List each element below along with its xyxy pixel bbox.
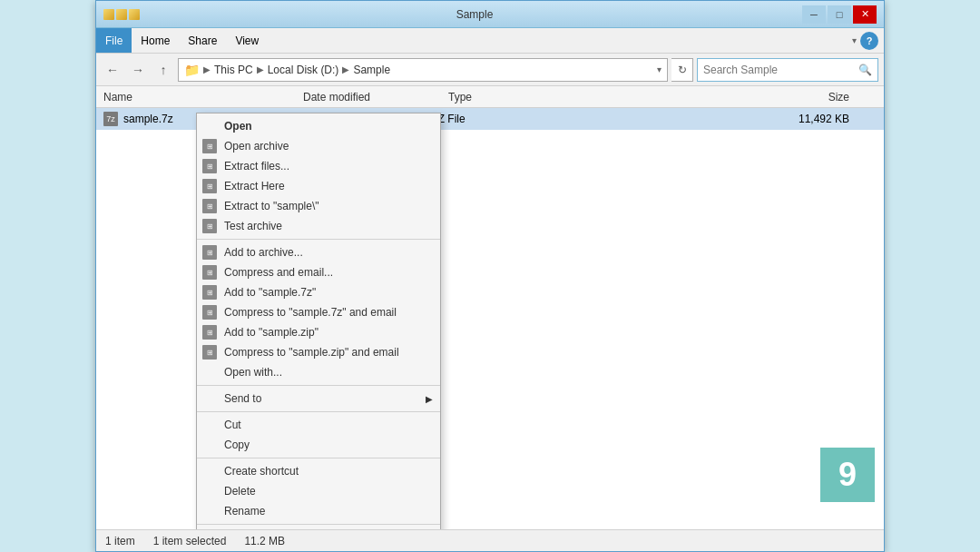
address-arrow-2: ▶: [257, 64, 264, 74]
context-menu-item-label-rename: Rename: [224, 505, 265, 518]
title-controls: ─ □ ✕: [802, 5, 877, 24]
context-menu-item-compress-email[interactable]: ⊞Compress and email...: [197, 262, 440, 282]
address-bar[interactable]: 📁 ▶ This PC ▶ Local Disk (D:) ▶ Sample ▾: [178, 58, 668, 82]
context-menu-item-label-open: Open: [224, 120, 252, 133]
context-menu-item-icon-extract-here: ⊞: [202, 179, 217, 193]
context-menu-item-label-send-to: Send to: [224, 392, 261, 405]
chevron-down-icon: ▾: [852, 35, 857, 45]
window-title: Sample: [147, 8, 802, 21]
window-icon-2: [116, 9, 127, 20]
forward-button[interactable]: →: [127, 59, 149, 81]
context-menu-item-label-cut: Cut: [224, 419, 241, 431]
context-menu-item-extract-here[interactable]: ⊞Extract Here: [197, 176, 440, 196]
context-menu-item-icon-compress-email: ⊞: [202, 265, 217, 280]
search-box[interactable]: 🔍: [697, 58, 878, 82]
context-menu-separator: [197, 385, 440, 386]
col-date-header: Date modified: [303, 91, 448, 104]
context-menu-item-label-add-to-7z: Add to "sample.7z": [224, 286, 316, 299]
context-menu-item-icon-extract-files: ⊞: [202, 159, 217, 173]
context-menu-item-label-copy: Copy: [224, 439, 250, 451]
status-size: 11.2 MB: [244, 535, 285, 547]
context-menu-item-compress-7z-email[interactable]: ⊞Compress to "sample.7z" and email: [197, 302, 440, 322]
file-size: 11,492 KB: [777, 113, 849, 125]
menu-share[interactable]: Share: [179, 28, 226, 53]
context-menu-item-copy[interactable]: Copy: [197, 435, 440, 455]
close-button[interactable]: ✕: [853, 5, 877, 24]
context-menu-separator: [197, 411, 440, 412]
context-menu-item-icon-extract-to: ⊞: [202, 199, 217, 213]
address-folder-icon: 📁: [184, 63, 200, 77]
context-menu-item-create-shortcut[interactable]: Create shortcut: [197, 461, 440, 481]
column-headers: Name Date modified Type Size: [96, 86, 884, 108]
context-menu-item-label-test-archive: Test archive: [224, 220, 282, 232]
menu-bar: File Home Share View ▾ ?: [96, 28, 884, 54]
title-bar-icons: [103, 9, 140, 20]
status-item-count: 1 item: [105, 535, 135, 547]
context-menu-item-compress-zip-email[interactable]: ⊞Compress to "sample.zip" and email: [197, 342, 440, 362]
context-menu-item-label-open-archive: Open archive: [224, 140, 289, 153]
context-menu-item-icon-compress-zip-email: ⊞: [202, 345, 217, 360]
status-selected: 1 item selected: [153, 535, 227, 547]
context-menu-item-label-add-to-zip: Add to "sample.zip": [224, 326, 318, 339]
maximize-button[interactable]: □: [828, 5, 851, 24]
col-type-header: Type: [448, 91, 521, 104]
address-segment-1: This PC: [214, 64, 253, 76]
context-menu-item-open[interactable]: Open: [197, 116, 440, 136]
address-dropdown-arrow[interactable]: ▾: [657, 64, 662, 74]
context-menu-item-icon-test-archive: ⊞: [202, 219, 217, 233]
minimize-button[interactable]: ─: [802, 5, 826, 24]
context-menu-item-label-compress-email: Compress and email...: [224, 266, 333, 279]
address-arrow-1: ▶: [203, 64, 211, 74]
window-icon-1: [103, 9, 114, 20]
back-button[interactable]: ←: [102, 59, 123, 81]
file-type-icon: 7z: [103, 112, 118, 126]
help-button[interactable]: ?: [860, 32, 878, 50]
context-menu-item-add-to-7z[interactable]: ⊞Add to "sample.7z": [197, 282, 440, 302]
context-menu-item-delete[interactable]: Delete: [197, 481, 440, 501]
context-menu-item-label-compress-zip-email: Compress to "sample.zip" and email: [224, 346, 399, 359]
context-menu-item-test-archive[interactable]: ⊞Test archive: [197, 216, 440, 236]
window-icon-3: [129, 9, 140, 20]
context-menu-item-icon-add-to-zip: ⊞: [202, 325, 217, 340]
menu-file[interactable]: File: [96, 28, 132, 53]
context-menu-item-icon-compress-7z-email: ⊞: [202, 305, 217, 320]
context-menu-item-label-add-to-archive: Add to archive...: [224, 246, 303, 259]
file-list: 7z sample.7z 11/29/2013 10:43 AM 7Z File…: [96, 108, 884, 529]
menu-home[interactable]: Home: [132, 28, 179, 53]
context-menu-item-add-to-zip[interactable]: ⊞Add to "sample.zip": [197, 322, 440, 342]
context-menu-item-cut[interactable]: Cut: [197, 415, 440, 435]
context-menu-item-label-create-shortcut: Create shortcut: [224, 465, 299, 478]
address-segment-3: Sample: [353, 64, 390, 76]
context-menu-item-icon-add-to-archive: ⊞: [202, 245, 217, 260]
search-input[interactable]: [703, 64, 855, 76]
context-menu-item-label-compress-7z-email: Compress to "sample.7z" and email: [224, 306, 397, 319]
context-menu-item-label-extract-files: Extract files...: [224, 160, 289, 172]
nav-bar: ← → ↑ 📁 ▶ This PC ▶ Local Disk (D:) ▶ Sa…: [96, 54, 884, 86]
context-menu-separator: [197, 239, 440, 240]
status-bar: 1 item 1 item selected 11.2 MB: [96, 529, 884, 551]
context-menu-item-rename[interactable]: Rename: [197, 501, 440, 521]
context-menu-separator: [197, 524, 440, 525]
refresh-button[interactable]: ↻: [671, 58, 693, 82]
title-bar: Sample ─ □ ✕: [96, 1, 884, 28]
address-segment-2: Local Disk (D:): [268, 64, 339, 76]
context-menu-item-extract-to[interactable]: ⊞Extract to "sample\": [197, 196, 440, 216]
context-menu-item-open-archive[interactable]: ⊞Open archive: [197, 136, 440, 156]
context-menu-item-icon-add-to-7z: ⊞: [202, 285, 217, 300]
context-menu-item-open-with[interactable]: Open with...: [197, 362, 440, 382]
context-menu-item-label-open-with: Open with...: [224, 366, 282, 379]
context-menu-separator: [197, 458, 440, 458]
context-menu-item-send-to[interactable]: Send to: [197, 389, 440, 409]
context-menu: Open⊞Open archive⊞Extract files...⊞Extra…: [196, 113, 441, 529]
file-type: 7Z File: [432, 113, 505, 125]
explorer-window: Sample ─ □ ✕ File Home Share View ▾ ? ← …: [95, 0, 885, 552]
watermark: 9: [820, 448, 875, 502]
context-menu-item-add-to-archive[interactable]: ⊞Add to archive...: [197, 242, 440, 262]
search-icon[interactable]: 🔍: [858, 64, 872, 76]
address-arrow-3: ▶: [342, 64, 349, 74]
context-menu-item-properties[interactable]: Properties: [197, 527, 440, 529]
up-button[interactable]: ↑: [152, 59, 174, 81]
menu-view[interactable]: View: [226, 28, 268, 53]
context-menu-item-extract-files[interactable]: ⊞Extract files...: [197, 156, 440, 176]
context-menu-item-label-delete: Delete: [224, 485, 256, 498]
